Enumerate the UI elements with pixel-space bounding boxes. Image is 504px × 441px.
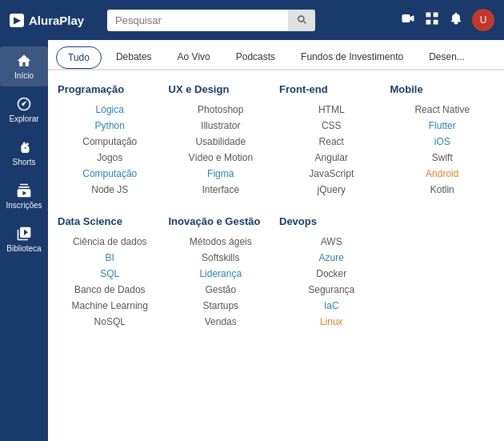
sidebar-item-shorts[interactable]: Shorts <box>0 133 48 173</box>
cat-item[interactable]: Machine Learning <box>58 299 162 312</box>
cat-item[interactable]: Métodos ágeis <box>169 235 274 248</box>
search-input[interactable] <box>107 10 288 31</box>
cat-item[interactable]: Startups <box>169 299 274 312</box>
cat-item[interactable]: React Native <box>390 103 495 116</box>
cat-title-inovacao: Inovação e Gestão <box>169 215 274 227</box>
categories-row1: Programação Lógica Python Computação Jog… <box>48 70 504 209</box>
cat-item[interactable]: Node JS <box>58 183 162 196</box>
cat-title-programacao: Programação <box>58 83 162 95</box>
logo: ▶ AluraPlay <box>10 14 98 27</box>
cat-item[interactable]: Python <box>58 119 162 132</box>
cat-item[interactable]: NoSQL <box>58 315 162 328</box>
cat-item[interactable]: AWS <box>279 235 384 248</box>
cat-item[interactable]: IaC <box>279 299 384 312</box>
tabs-bar: Tudo Debates Ao Vivo Podcasts Fundos de … <box>48 40 504 70</box>
cat-item[interactable]: Vídeo e Motion <box>169 151 274 164</box>
tab-desen[interactable]: Desen... <box>418 46 476 69</box>
cat-item[interactable]: HTML <box>279 103 384 116</box>
sidebar-label-inscricoes: Inscrições <box>6 201 42 210</box>
subscriptions-icon <box>16 182 32 198</box>
sidebar-label-biblioteca: Biblioteca <box>6 244 41 253</box>
category-devops: Devops AWS Azure Docker Segurança IaC Li… <box>279 215 384 328</box>
cat-item[interactable]: Usabilidade <box>169 135 274 148</box>
cat-item[interactable]: JavaScript <box>279 167 384 180</box>
logo-icon: ▶ <box>10 14 24 27</box>
cat-item[interactable]: Jogos <box>58 151 162 164</box>
cat-item[interactable]: Swift <box>390 151 495 164</box>
cat-item[interactable]: Banco de Dados <box>58 283 162 296</box>
shorts-icon <box>16 139 32 155</box>
cat-item[interactable]: Flutter <box>390 119 495 132</box>
category-frontend: Front-end HTML CSS React Angular JavaScr… <box>279 83 384 196</box>
category-mobile: Mobile React Native Flutter iOS Swift An… <box>390 83 495 196</box>
cat-item[interactable]: Kotlin <box>390 183 495 196</box>
avatar[interactable]: U <box>472 9 494 31</box>
cat-item[interactable]: Angular <box>279 151 384 164</box>
video-camera-icon[interactable] <box>400 10 416 30</box>
header-icons: U <box>400 9 494 31</box>
cat-item[interactable]: Linux <box>279 315 384 328</box>
cat-item[interactable]: Azure <box>279 251 384 264</box>
category-empty <box>390 215 495 328</box>
cat-title-frontend: Front-end <box>279 83 384 95</box>
sidebar-item-explorar[interactable]: Explorar <box>0 90 48 130</box>
logo-text: AluraPlay <box>29 14 84 27</box>
tab-tudo[interactable]: Tudo <box>56 46 102 69</box>
cat-title-mobile: Mobile <box>390 83 495 95</box>
categories-row2: Data Science Ciência de dados BI SQL Ban… <box>48 209 504 341</box>
sidebar-label-shorts: Shorts <box>13 158 36 166</box>
cat-item[interactable]: SQL <box>58 267 162 280</box>
header: ▶ AluraPlay U <box>0 0 504 40</box>
cat-item[interactable]: React <box>279 135 384 148</box>
cat-item[interactable]: Interface <box>169 183 274 196</box>
cat-item[interactable]: Photoshop <box>169 103 274 116</box>
cat-title-data-science: Data Science <box>58 215 162 227</box>
sidebar-label-inicio: Início <box>14 71 34 80</box>
cat-title-devops: Devops <box>279 215 384 227</box>
cat-item[interactable]: Lógica <box>58 103 162 116</box>
cat-item[interactable]: BI <box>58 251 162 264</box>
bell-icon[interactable] <box>448 10 464 30</box>
home-icon <box>16 53 32 69</box>
search-bar <box>107 10 315 31</box>
cat-item[interactable]: Softskills <box>169 251 274 264</box>
search-button[interactable] <box>288 10 315 31</box>
cat-item[interactable]: Computação <box>58 135 162 148</box>
search-icon <box>296 14 307 25</box>
cat-item[interactable]: CSS <box>279 119 384 132</box>
category-programacao: Programação Lógica Python Computação Jog… <box>58 83 162 196</box>
tab-debates[interactable]: Debates <box>105 46 163 69</box>
sidebar-item-biblioteca[interactable]: Biblioteca <box>0 219 48 259</box>
compass-icon <box>16 96 32 112</box>
sidebar: Início Explorar Shorts Inscrições Biblio… <box>0 40 48 441</box>
category-data-science: Data Science Ciência de dados BI SQL Ban… <box>58 215 162 328</box>
category-ux-design: UX e Design Photoshop Illustrator Usabil… <box>169 83 274 196</box>
cat-item[interactable]: Vendas <box>169 315 274 328</box>
tab-podcasts[interactable]: Podcasts <box>225 46 286 69</box>
cat-item[interactable]: Liderança <box>169 267 274 280</box>
layout: Início Explorar Shorts Inscrições Biblio… <box>0 40 504 441</box>
cat-item[interactable]: iOS <box>390 135 495 148</box>
cat-item[interactable]: Illustrator <box>169 119 274 132</box>
cat-item[interactable]: Ciência de dados <box>58 235 162 248</box>
cat-item[interactable]: Gestão <box>169 283 274 296</box>
sidebar-item-inicio[interactable]: Início <box>0 46 48 86</box>
library-icon <box>16 226 32 242</box>
main-content: Tudo Debates Ao Vivo Podcasts Fundos de … <box>48 40 504 441</box>
category-inovacao: Inovação e Gestão Métodos ágeis Softskil… <box>169 215 274 328</box>
sidebar-label-explorar: Explorar <box>9 114 38 123</box>
cat-item[interactable]: jQuery <box>279 183 384 196</box>
cat-item[interactable]: Segurança <box>279 283 384 296</box>
tab-fundos[interactable]: Fundos de Investimento <box>290 46 414 69</box>
cat-item[interactable]: Computação <box>58 167 162 180</box>
sidebar-item-inscricoes[interactable]: Inscrições <box>0 176 48 216</box>
cat-item[interactable]: Figma <box>169 167 274 180</box>
tab-ao-vivo[interactable]: Ao Vivo <box>166 46 222 69</box>
cat-item[interactable]: Docker <box>279 267 384 280</box>
cat-title-ux: UX e Design <box>169 83 274 95</box>
cat-item[interactable]: Android <box>390 167 495 180</box>
grid-icon[interactable] <box>424 10 440 30</box>
